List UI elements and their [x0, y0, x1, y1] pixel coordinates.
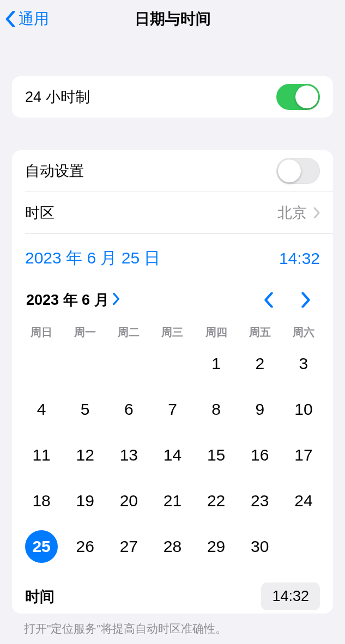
calendar-day[interactable]: 25 [20, 529, 63, 564]
calendar-day[interactable]: 27 [107, 529, 150, 564]
calendar-weekday: 周一 [63, 325, 107, 340]
calendar-day[interactable]: 21 [150, 483, 194, 518]
calendar-day[interactable]: 26 [63, 529, 107, 564]
selected-time-display[interactable]: 14:32 [279, 249, 320, 268]
calendar-day[interactable]: 28 [150, 529, 194, 564]
calendar-weekday: 周三 [150, 325, 194, 340]
page-title: 日期与时间 [0, 9, 345, 29]
calendar-day[interactable]: 5 [63, 392, 107, 427]
calendar-weekday: 周日 [20, 325, 63, 340]
switch-24h[interactable] [276, 84, 320, 110]
chevron-right-icon [301, 292, 311, 308]
calendar-day[interactable]: 9 [238, 392, 282, 427]
back-label: 通用 [19, 9, 49, 29]
calendar-day[interactable]: 4 [20, 392, 63, 427]
calendar-day[interactable]: 17 [282, 438, 325, 473]
calendar-day[interactable]: 22 [195, 483, 238, 518]
calendar-weekday: 周二 [107, 325, 150, 340]
value-timezone: 北京 [277, 203, 307, 223]
calendar-day-empty [20, 346, 63, 381]
chevron-right-icon [313, 207, 320, 218]
calendar-day[interactable]: 16 [238, 438, 282, 473]
row-timezone[interactable]: 时区 北京 [12, 192, 333, 234]
switch-auto-set[interactable] [276, 158, 320, 184]
calendar-day-empty [150, 346, 194, 381]
calendar-day[interactable]: 10 [282, 392, 325, 427]
calendar-day[interactable]: 23 [238, 483, 282, 518]
calendar-day[interactable]: 2 [238, 346, 282, 381]
calendar-day-empty [107, 346, 150, 381]
calendar-day[interactable]: 6 [107, 392, 150, 427]
chevron-right-icon [112, 292, 120, 309]
calendar-day[interactable]: 3 [282, 346, 325, 381]
calendar-day[interactable]: 19 [63, 483, 107, 518]
calendar-day[interactable]: 18 [20, 483, 63, 518]
calendar-day[interactable]: 15 [195, 438, 238, 473]
calendar-day[interactable]: 13 [107, 438, 150, 473]
chevron-left-icon [264, 292, 274, 308]
calendar-weekday: 周四 [195, 325, 238, 340]
label-timezone: 时区 [25, 203, 277, 223]
calendar-day[interactable]: 12 [63, 438, 107, 473]
footer-note: 打开"定位服务"将提高自动时区准确性。 [0, 614, 345, 636]
calendar-day[interactable]: 30 [238, 529, 282, 564]
label-auto-set: 自动设置 [25, 161, 276, 181]
calendar-month-label: 2023 年 6 月 [26, 290, 109, 310]
calendar-day[interactable]: 24 [282, 483, 325, 518]
calendar-day[interactable]: 11 [20, 438, 63, 473]
calendar-day[interactable]: 29 [195, 529, 238, 564]
time-picker-label: 时间 [25, 587, 261, 606]
calendar-day[interactable]: 14 [150, 438, 194, 473]
calendar-day[interactable]: 1 [195, 346, 238, 381]
calendar-weekday: 周六 [282, 325, 325, 340]
time-picker-value[interactable]: 14:32 [261, 582, 320, 610]
calendar-prev-button[interactable] [256, 287, 282, 313]
calendar-weekday: 周五 [238, 325, 282, 340]
back-button[interactable]: 通用 [5, 9, 49, 29]
calendar-day[interactable]: 8 [195, 392, 238, 427]
selected-date-display[interactable]: 2023 年 6 月 25 日 [25, 247, 160, 269]
label-24h: 24 小时制 [25, 87, 276, 107]
calendar-next-button[interactable] [293, 287, 319, 313]
chevron-left-icon [5, 11, 15, 27]
calendar-month-button[interactable]: 2023 年 6 月 [26, 290, 120, 310]
calendar-day[interactable]: 7 [150, 392, 194, 427]
calendar-day[interactable]: 20 [107, 483, 150, 518]
calendar-day-empty [63, 346, 107, 381]
